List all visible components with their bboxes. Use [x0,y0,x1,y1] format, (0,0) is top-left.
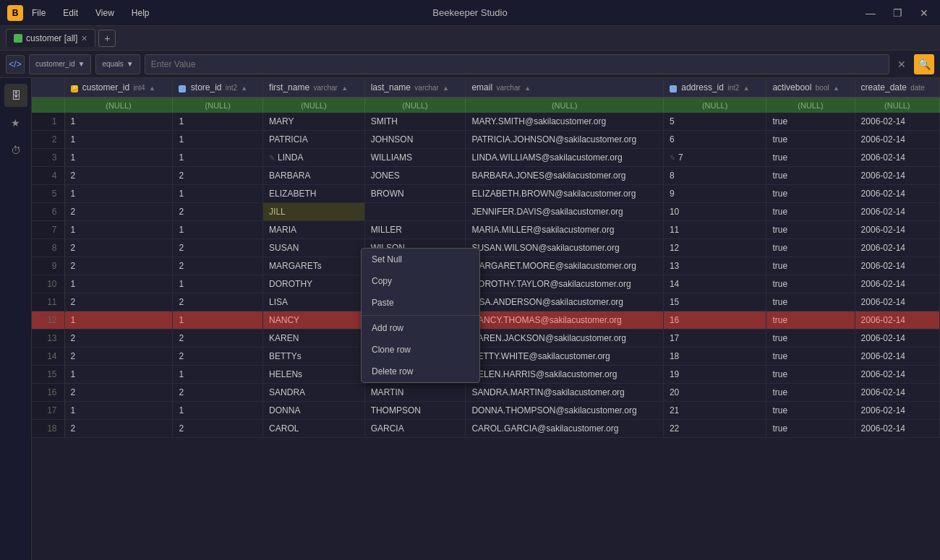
ctx-paste[interactable]: Paste [362,292,479,314]
cell-activebool[interactable]: true [766,113,855,131]
cell-address-id[interactable]: 6 [663,131,766,149]
table-row[interactable]: 1011DOROTHYTAYLORDOROTHY.TAYLOR@sakilacu… [32,275,940,293]
cell-activebool[interactable]: true [766,167,855,185]
null-last-name[interactable]: (NULL) [364,98,466,113]
cell-email[interactable]: LINDA.WILLIAMS@sakilacustomer.org [466,149,664,167]
filter-clear-button[interactable]: ✕ [894,56,910,72]
cell-create-date[interactable]: 2006-02-14 [855,149,939,167]
cell-store-id[interactable]: 1 [173,149,263,167]
cell-activebool[interactable]: true [766,149,855,167]
cell-customer-id[interactable]: 2 [64,348,173,366]
cell-first-name[interactable]: SANDRA [263,384,365,402]
col-header-store-id[interactable]: 🔗 store_id int2 ▲ [173,78,263,98]
filter-search-button[interactable]: 🔍 [914,54,934,74]
cell-create-date[interactable]: 2006-02-14 [855,329,939,348]
cell-last-name[interactable]: GARCIA [364,420,466,438]
null-address-id[interactable]: (NULL) [663,98,766,113]
cell-create-date[interactable]: 2006-02-14 [855,384,939,402]
cell-activebool[interactable]: true [766,131,855,149]
sidebar-item-favorites[interactable]: ★ [4,111,27,134]
cell-address-id[interactable]: 16 [663,311,766,329]
ctx-set-null[interactable]: Set Null [362,249,479,270]
cell-customer-id[interactable]: 1 [64,402,173,420]
ctx-add-row[interactable]: Add row [362,317,479,339]
cell-address-id[interactable]: 18 [663,348,766,366]
cell-address-id[interactable]: 5 [663,113,766,131]
cell-first-name[interactable]: PATRICIA [263,131,365,149]
cell-email[interactable]: SANDRA.MARTIN@sakilacustomer.org [466,384,664,402]
cell-first-name[interactable]: BETTYs [263,348,365,366]
cell-customer-id[interactable]: 2 [64,203,173,221]
cell-last-name[interactable]: JONES [364,167,466,185]
cell-activebool[interactable]: true [766,185,855,203]
cell-store-id[interactable]: 1 [173,113,263,131]
close-button[interactable]: ✕ [915,6,933,20]
null-email[interactable]: (NULL) [466,98,664,113]
add-tab-button[interactable]: + [98,30,116,47]
col-header-activebool[interactable]: activebool bool ▲ [766,78,855,98]
cell-address-id[interactable]: 22 [663,420,766,438]
cell-create-date[interactable]: 2006-02-14 [855,221,939,239]
cell-store-id[interactable]: 1 [173,185,263,203]
cell-store-id[interactable]: 2 [173,329,263,348]
table-row[interactable]: 1322KARENJACKSONsKAREN.JACKSON@sakilacus… [32,329,940,348]
col-header-last-name[interactable]: last_name varchar ▲ [364,78,466,98]
cell-activebool[interactable]: true [766,221,855,239]
cell-customer-id[interactable]: 2 [64,239,173,257]
table-row[interactable]: 622JILLJENNIFER.DAVIS@sakilacustomer.org… [32,203,940,221]
cell-first-name[interactable]: MARIA [263,221,365,239]
cell-email[interactable]: NANCY.THOMAS@sakilacustomer.org [466,311,664,329]
code-toggle-button[interactable]: </> [6,55,25,74]
tab-close-button[interactable]: ✕ [81,34,87,43]
cell-customer-id[interactable]: 1 [64,275,173,293]
cell-email[interactable]: MARY.SMITH@sakilacustomer.org [466,113,664,131]
cell-address-id[interactable]: 10 [663,203,766,221]
cell-store-id[interactable]: 2 [173,167,263,185]
cell-customer-id[interactable]: 2 [64,257,173,275]
cell-address-id[interactable]: 13 [663,257,766,275]
cell-email[interactable]: JENNIFER.DAVIS@sakilacustomer.org [466,203,664,221]
cell-activebool[interactable]: true [766,311,855,329]
cell-email[interactable]: BETTY.WHITE@sakilacustomer.org [466,348,664,366]
menu-file[interactable]: File [29,7,48,20]
cell-activebool[interactable]: true [766,203,855,221]
col-header-create-date[interactable]: create_date date [855,78,939,98]
maximize-button[interactable]: ❐ [889,6,907,20]
cell-customer-id[interactable]: 1 [64,185,173,203]
table-row[interactable]: 311✎LINDAWILLIAMSLINDA.WILLIAMS@sakilacu… [32,149,940,167]
cell-email[interactable]: PATRICIA.JOHNSON@sakilacustomer.org [466,131,664,149]
table-row[interactable]: 111MARYSMITHMARY.SMITH@sakilacustomer.or… [32,113,940,131]
cell-address-id[interactable]: 8 [663,167,766,185]
table-row[interactable]: 711MARIAMILLERMARIA.MILLER@sakilacustome… [32,221,940,239]
table-row[interactable]: 922MARGARETsMOORESMARGARET.MOORE@sakilac… [32,257,940,275]
cell-first-name[interactable]: BARBARA [263,167,365,185]
cell-activebool[interactable]: true [766,348,855,366]
cell-activebool[interactable]: true [766,366,855,384]
cell-customer-id[interactable]: 1 [64,113,173,131]
cell-activebool[interactable]: true [766,293,855,311]
col-header-address-id[interactable]: 🔗 address_id int2 ▲ [663,78,766,98]
cell-last-name[interactable]: WILLIAMS [364,149,466,167]
ctx-copy[interactable]: Copy [362,270,479,292]
cell-customer-id[interactable]: 1 [64,221,173,239]
cell-customer-id[interactable]: 1 [64,131,173,149]
cell-store-id[interactable]: 1 [173,275,263,293]
cell-first-name[interactable]: DOROTHY [263,275,365,293]
cell-email[interactable]: MARIA.MILLER@sakilacustomer.org [466,221,664,239]
cell-store-id[interactable]: 2 [173,293,263,311]
col-email-sort[interactable]: ▲ [524,85,531,92]
cell-last-name[interactable]: SMITH [364,113,466,131]
cell-last-name[interactable] [364,203,466,221]
table-row[interactable]: 1211NANCYTHOMASsdfsdfNANCY.THOMAS@sakila… [32,311,940,329]
ctx-clone-row[interactable]: Clone row [362,339,479,361]
cell-activebool[interactable]: true [766,402,855,420]
col-header-customer-id[interactable]: 🔑 customer_id int4 ▲ [64,78,173,98]
cell-activebool[interactable]: true [766,329,855,348]
col-last-name-sort[interactable]: ▲ [443,85,449,92]
cell-address-id[interactable]: 11 [663,221,766,239]
cell-create-date[interactable]: 2006-02-14 [855,402,939,420]
cell-store-id[interactable]: 2 [173,348,263,366]
cell-email[interactable]: LISA.ANDERSON@sakilacustomer.org [466,293,664,311]
cell-address-id[interactable]: 17 [663,329,766,348]
cell-first-name[interactable]: NANCY [263,311,365,329]
